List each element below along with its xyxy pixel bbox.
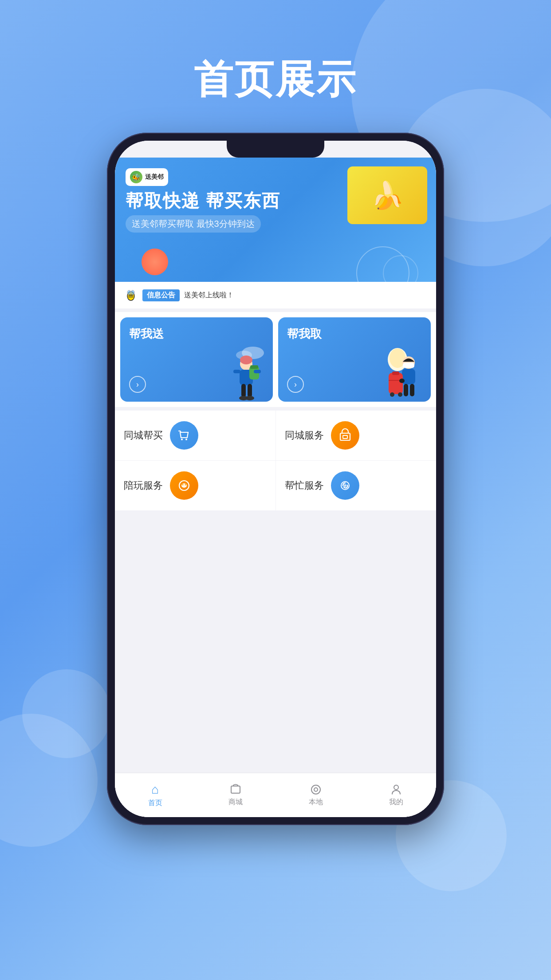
city-buy-item[interactable]: 同城帮买 — [115, 411, 276, 460]
nav-local[interactable]: 本地 — [276, 783, 356, 807]
svg-point-43 — [311, 785, 320, 794]
nav-mine[interactable]: 我的 — [356, 783, 436, 807]
help-pick-label: 帮我取 — [287, 326, 322, 342]
announcement-bee-icon — [124, 288, 138, 302]
svg-rect-20 — [254, 370, 261, 373]
svg-point-34 — [181, 439, 183, 440]
help-send-card[interactable]: 帮我送 › — [120, 317, 273, 402]
secondary-services-grid: 同城帮买 同城服务 — [115, 411, 436, 510]
svg-rect-16 — [248, 384, 252, 397]
bg-decoration-4 — [22, 669, 111, 758]
svg-point-35 — [185, 439, 187, 440]
announcement-bar: 信息公告 送美邻上线啦！ — [115, 282, 436, 308]
mall-icon — [229, 783, 242, 796]
announcement-tag: 信息公告 — [142, 289, 180, 301]
banner-headline: 帮取快递 帮买东西 — [126, 189, 280, 213]
svg-point-6 — [130, 295, 131, 296]
home-label: 首页 — [148, 798, 162, 808]
city-service-item[interactable]: 同城服务 — [276, 411, 437, 460]
help-pick-illustration — [373, 335, 431, 402]
help-service-icon — [331, 471, 359, 500]
svg-rect-19 — [233, 370, 240, 373]
play-service-icon — [170, 471, 198, 500]
phone-frame: 🐝 送美邻 帮取快递 帮买东西 送美邻帮买帮取 最快3分钟到达 🍌 — [107, 133, 444, 825]
svg-rect-24 — [403, 363, 414, 368]
nav-mall[interactable]: 商城 — [195, 783, 276, 807]
local-icon — [310, 783, 322, 796]
phone-notch — [227, 141, 324, 158]
svg-point-33 — [399, 379, 405, 383]
hero-banner: 🐝 送美邻 帮取快递 帮买东西 送美邻帮买帮取 最快3分钟到达 🍌 — [115, 158, 436, 282]
content-spacer — [115, 510, 436, 817]
play-service-label: 陪玩服务 — [124, 479, 163, 492]
svg-rect-27 — [392, 371, 399, 375]
city-service-label: 同城服务 — [285, 429, 324, 442]
home-icon: ⌂ — [151, 782, 159, 797]
logo-text: 送美邻 — [145, 173, 164, 181]
svg-rect-36 — [340, 433, 350, 440]
mall-label: 商城 — [228, 798, 243, 807]
play-service-item[interactable]: 陪玩服务 — [115, 461, 276, 510]
svg-rect-26 — [389, 373, 403, 394]
banner-subtitle: 送美邻帮买帮取 最快3分钟到达 — [126, 215, 261, 233]
svg-point-39 — [182, 484, 184, 486]
help-pick-card[interactable]: 帮我取 › — [278, 317, 431, 402]
banner-grapefruit-decoration — [142, 249, 168, 275]
logo-bee-icon: 🐝 — [130, 171, 142, 183]
svg-point-40 — [185, 484, 186, 486]
svg-point-18 — [245, 396, 254, 400]
help-send-arrow: › — [129, 376, 146, 393]
page-title: 首页展示 — [194, 53, 357, 106]
app-logo: 🐝 送美邻 — [126, 168, 168, 186]
help-pick-arrow: › — [287, 376, 304, 393]
help-send-label: 帮我送 — [129, 326, 164, 342]
mine-label: 我的 — [389, 798, 403, 807]
svg-rect-14 — [250, 365, 258, 369]
city-buy-icon — [170, 421, 198, 450]
city-service-icon — [331, 421, 359, 450]
svg-point-44 — [314, 788, 318, 791]
local-label: 本地 — [309, 798, 323, 807]
svg-point-45 — [394, 785, 398, 790]
banner-fruit-decoration: 🍌 — [347, 166, 427, 224]
help-service-label: 帮忙服务 — [285, 479, 324, 492]
help-service-item[interactable]: 帮忙服务 — [276, 461, 437, 510]
svg-point-30 — [398, 392, 402, 397]
phone-screen: 🐝 送美邻 帮取快递 帮买东西 送美邻帮买帮取 最快3分钟到达 🍌 — [115, 141, 436, 817]
svg-rect-31 — [404, 384, 408, 396]
help-send-illustration — [215, 335, 273, 402]
svg-point-29 — [390, 392, 394, 397]
mine-icon — [390, 783, 402, 796]
svg-point-41 — [344, 484, 346, 487]
service-cards-grid: 帮我送 › — [115, 312, 436, 407]
city-buy-label: 同城帮买 — [124, 429, 163, 442]
svg-rect-15 — [241, 384, 246, 397]
svg-point-7 — [131, 295, 133, 296]
bottom-navigation: ⌂ 首页 商城 本地 — [115, 773, 436, 817]
svg-rect-37 — [343, 435, 347, 439]
nav-home[interactable]: ⌂ 首页 — [115, 782, 195, 808]
announcement-text: 送美邻上线啦！ — [184, 291, 234, 300]
svg-point-11 — [240, 356, 252, 364]
svg-point-4 — [127, 290, 131, 295]
svg-rect-32 — [410, 384, 414, 396]
svg-rect-42 — [231, 786, 240, 793]
svg-point-5 — [131, 290, 134, 295]
